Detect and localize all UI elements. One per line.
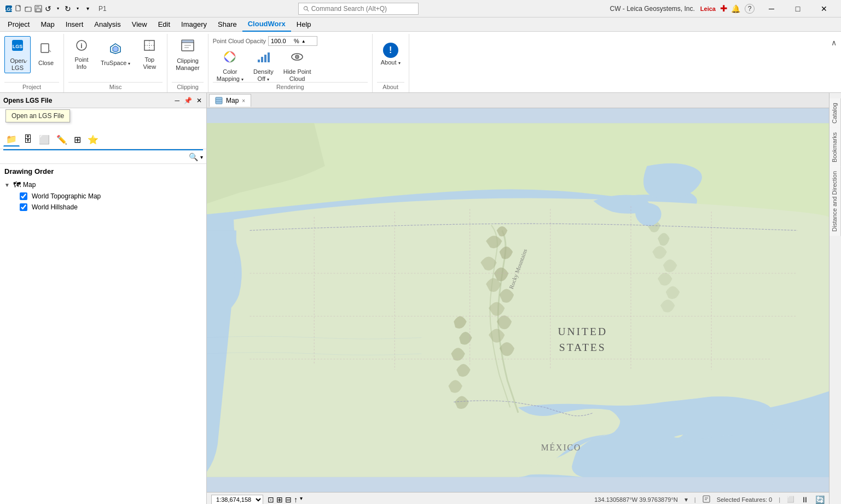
world-topo-label: World Topographic Map — [32, 192, 101, 200]
map-tools-dropdown-icon[interactable]: ▾ — [300, 495, 303, 504]
close-button[interactable]: ✕ — [811, 0, 837, 17]
cursor-indicator: ↙ — [24, 59, 28, 64]
world-topo-item[interactable]: World Topographic Map — [15, 191, 206, 202]
panel-pin-button[interactable]: 📌 — [183, 97, 193, 104]
redo-dropdown-icon[interactable]: ▾ — [73, 4, 82, 13]
ribbon-group-clipping: ClippingManager Clipping — [167, 34, 208, 92]
opacity-value-input[interactable] — [271, 38, 293, 44]
open-lgs-button[interactable]: LGS OpenLGS ↙ — [4, 36, 31, 73]
ribbon-collapse-button[interactable]: ∧ — [827, 36, 841, 49]
density-off-button[interactable]: DensityOff ▾ — [250, 50, 277, 82]
leica-logo: Leica — [700, 5, 716, 12]
coordinates-display: 134.1305887°W 39.9763879°N — [594, 496, 678, 503]
svg-text:LGS: LGS — [4, 7, 13, 12]
svg-rect-47 — [703, 496, 710, 502]
more-commands-icon[interactable]: ▾ — [83, 4, 92, 13]
tree-expand-icon[interactable]: ▼ — [4, 182, 11, 188]
toc-sketch-icon[interactable]: ✏️ — [54, 133, 70, 146]
top-view-button[interactable]: TopView — [136, 36, 163, 73]
hide-point-cloud-button[interactable]: Hide PointCloud — [280, 50, 315, 82]
world-hillshade-label: World Hillshade — [32, 203, 78, 211]
grid-icon[interactable]: ⊞ — [276, 495, 283, 504]
notification-bell-icon[interactable]: 🔔 — [732, 4, 740, 13]
search-icon[interactable]: 🔍 — [189, 153, 198, 161]
menu-edit[interactable]: Edit — [153, 17, 176, 32]
scale-dropdown[interactable]: 1:38,674,158 — [211, 495, 263, 505]
toc-star-icon[interactable]: ⭐ — [85, 133, 101, 146]
title-bar-left: LGS ↺ ▾ ↻ ▾ ▾ P1 — [4, 4, 107, 13]
us-label-1: UNITED — [558, 326, 607, 337]
search-dropdown-icon[interactable]: ▾ — [200, 154, 203, 160]
svg-rect-34 — [216, 97, 222, 104]
panel-close-button[interactable]: ✕ — [195, 97, 203, 104]
tree-root-item[interactable]: ▼ 🗺 Map — [0, 179, 206, 191]
map-tab[interactable]: Map × — [209, 94, 251, 107]
command-search-input[interactable] — [311, 5, 414, 13]
help-question-icon[interactable]: ? — [745, 4, 755, 14]
world-topo-checkbox[interactable] — [20, 192, 27, 200]
frame-extent-icon[interactable]: ⊡ — [268, 495, 274, 504]
point-info-button[interactable]: i PointInfo — [68, 36, 95, 73]
pause-button[interactable]: ⏸ — [801, 495, 809, 504]
scale-selector[interactable]: 1:38,674,158 — [211, 495, 263, 505]
color-mapping-label: ColorMapping ▾ — [217, 68, 243, 83]
catalog-tab[interactable]: Catalog — [830, 98, 841, 128]
opacity-spinner-up[interactable]: ▲ — [301, 39, 306, 44]
about-icon: ! — [383, 43, 398, 58]
panel-collapse-button[interactable]: ─ — [173, 97, 181, 104]
close-button-ribbon[interactable]: Close — [33, 36, 59, 73]
menu-project[interactable]: Project — [2, 17, 35, 32]
toc-polygon-icon[interactable]: ⬜ — [36, 133, 53, 146]
menu-insert[interactable]: Insert — [60, 17, 89, 32]
menu-view[interactable]: View — [126, 17, 153, 32]
undo-icon[interactable]: ↺ — [44, 4, 53, 13]
map-canvas[interactable]: Rocky Mountains UNITED STATES MÉXICO — [207, 108, 829, 492]
toc-database-icon[interactable]: 🗄 — [21, 133, 35, 146]
undo-dropdown-icon[interactable]: ▾ — [54, 4, 62, 13]
selected-features-icon — [703, 495, 710, 504]
distance-direction-tab[interactable]: Distance and Direction — [830, 167, 841, 236]
opacity-percent: % — [294, 38, 299, 44]
layout-view-icon[interactable]: ⬜ — [787, 496, 794, 503]
menu-imagery[interactable]: Imagery — [176, 17, 212, 32]
top-view-label: TopView — [143, 56, 156, 71]
about-button[interactable]: ! About ▾ — [377, 36, 404, 73]
truspace-button[interactable]: TruSpace ▾ — [97, 36, 134, 73]
panel-tooltip: Open an LGS File — [5, 109, 70, 122]
density-off-label: DensityOff ▾ — [253, 68, 274, 83]
panel-header: Opens LGS File ─ 📌 ✕ — [0, 93, 206, 108]
toc-folder-icon[interactable]: 📁 — [3, 132, 20, 146]
toc-grid-icon[interactable]: ⊞ — [71, 133, 84, 146]
menu-share[interactable]: Share — [212, 17, 242, 32]
menu-analysis[interactable]: Analysis — [89, 17, 126, 32]
svg-rect-6 — [36, 9, 40, 11]
svg-rect-30 — [268, 52, 270, 62]
new-file-icon[interactable] — [14, 4, 23, 13]
bookmarks-tab[interactable]: Bookmarks — [830, 128, 841, 167]
maximize-button[interactable]: □ — [785, 0, 810, 17]
color-mapping-button[interactable]: ColorMapping ▾ — [213, 50, 247, 82]
open-file-icon[interactable] — [24, 4, 33, 13]
svg-point-7 — [304, 6, 307, 9]
ribbon-group-misc: i PointInfo TruSpace ▾ — [64, 34, 167, 92]
clipping-manager-button[interactable]: ClippingManager — [172, 36, 203, 73]
mexico-label: MÉXICO — [541, 442, 582, 452]
minimize-button[interactable]: ─ — [759, 0, 784, 17]
north-arrow-icon-status[interactable]: ↑ — [294, 495, 298, 504]
scale-bar-icon[interactable]: ⊟ — [285, 495, 292, 504]
coordinates-dropdown-icon[interactable]: ▾ — [685, 496, 688, 503]
menu-help[interactable]: Help — [291, 17, 317, 32]
world-hillshade-item[interactable]: World Hillshade — [15, 202, 206, 213]
map-tab-close-button[interactable]: × — [242, 98, 245, 104]
opacity-input-box[interactable]: % ▲ — [268, 36, 317, 46]
refresh-button[interactable]: 🔄 — [815, 495, 825, 504]
save-file-icon[interactable] — [34, 4, 43, 13]
world-hillshade-checkbox[interactable] — [20, 203, 27, 211]
svg-point-33 — [297, 56, 298, 57]
menu-cloudworx[interactable]: CloudWorx — [242, 17, 291, 32]
command-search-box[interactable] — [298, 3, 419, 15]
opacity-row: Point Cloud Opacity % ▲ — [213, 36, 317, 46]
menu-map[interactable]: Map — [35, 17, 60, 32]
redo-icon[interactable]: ↻ — [63, 4, 72, 13]
svg-point-26 — [228, 55, 231, 58]
